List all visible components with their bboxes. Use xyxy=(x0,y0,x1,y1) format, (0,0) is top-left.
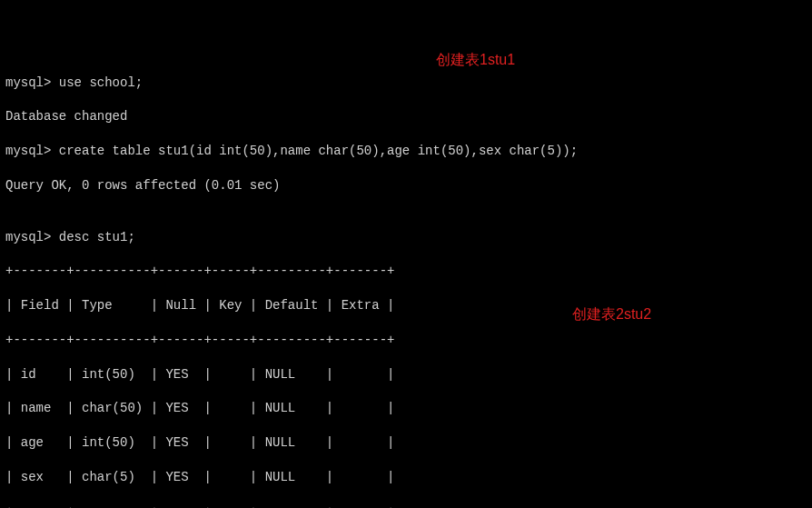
table-border: +-------+----------+------+-----+-------… xyxy=(5,332,807,349)
annotation-create-table-2: 创建表2stu2 xyxy=(572,304,651,324)
table-row: | id | int(50) | YES | | NULL | | xyxy=(5,366,807,383)
table-row: | age | int(50) | YES | | NULL | | xyxy=(5,434,807,452)
terminal-line: mysql> use school; xyxy=(5,75,807,92)
terminal-line: Query OK, 0 rows affected (0.01 sec) xyxy=(5,177,807,194)
table-row: | name | char(50) | YES | | NULL | | xyxy=(5,400,807,417)
table-border: +-------+----------+------+-----+-------… xyxy=(5,263,807,280)
table-header: | Field | Type | Null | Key | Default | … xyxy=(5,297,807,314)
table-row: | sex | char(5) | YES | | NULL | | xyxy=(5,469,807,486)
table-border: +-------+----------+------+-----+-------… xyxy=(5,503,807,508)
annotation-create-table-1: 创建表1stu1 xyxy=(436,50,515,70)
terminal-line: Database changed xyxy=(5,108,807,125)
terminal-line: mysql> desc stu1; xyxy=(5,229,807,246)
terminal-line: mysql> create table stu1(id int(50),name… xyxy=(5,143,807,160)
